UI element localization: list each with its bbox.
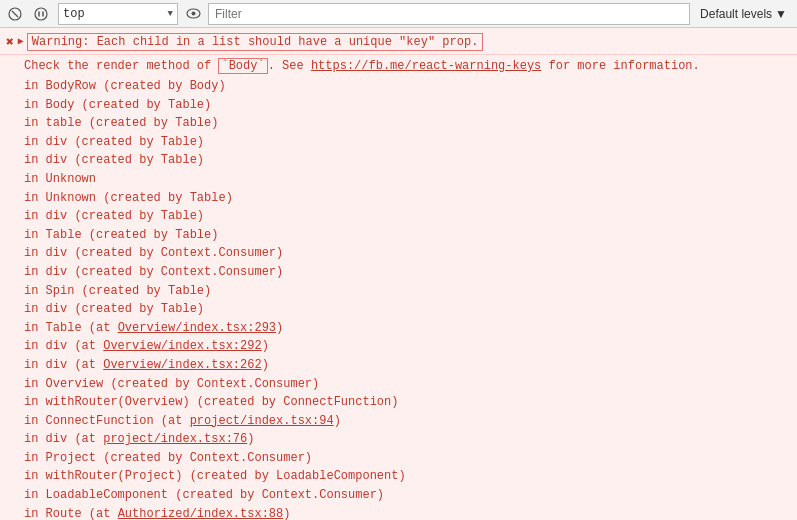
level-select-chevron-icon: ▼ — [168, 9, 173, 19]
stack-line: in BodyRow (created by Body) — [24, 77, 789, 96]
file-link[interactable]: Authorized/index.tsx:88 — [118, 507, 284, 520]
svg-line-1 — [12, 11, 18, 17]
stack-line: in Unknown (created by Table) — [24, 189, 789, 208]
stack-line: in ConnectFunction (at project/index.tsx… — [24, 412, 789, 431]
stack-line: in Spin (created by Table) — [24, 282, 789, 301]
default-levels-label: Default levels — [700, 7, 772, 21]
stack-line: in Table (created by Table) — [24, 226, 789, 245]
pause-on-exception-button[interactable] — [30, 3, 52, 25]
check-component: `Body` — [218, 58, 267, 74]
check-prefix: Check the render method of — [24, 59, 218, 73]
stack-line: in div (at Overview/index.tsx:292) — [24, 337, 789, 356]
filter-input[interactable] — [208, 3, 690, 25]
default-levels-chevron-icon: ▼ — [775, 7, 787, 21]
console-level-text: top — [63, 7, 166, 21]
stack-line: in withRouter(Project) (created by Loada… — [24, 467, 789, 486]
file-link[interactable]: project/index.tsx:76 — [103, 432, 247, 446]
svg-point-2 — [35, 8, 47, 20]
file-link[interactable]: Overview/index.tsx:262 — [103, 358, 261, 372]
stack-line: in div (created by Table) — [24, 151, 789, 170]
stack-line: in div (created by Table) — [24, 300, 789, 319]
file-link[interactable]: Overview/index.tsx:292 — [103, 339, 261, 353]
react-warning-keys-link[interactable]: https://fb.me/react-warning-keys — [311, 59, 541, 73]
check-render-row: Check the render method of `Body`. See h… — [0, 55, 797, 77]
file-link[interactable]: project/index.tsx:94 — [190, 414, 334, 428]
devtools-toolbar: top ▼ Default levels ▼ — [0, 0, 797, 28]
stack-line: in div (created by Table) — [24, 207, 789, 226]
stack-line: in Unknown — [24, 170, 789, 189]
stack-line: in div (at Overview/index.tsx:262) — [24, 356, 789, 375]
warning-message: Warning: Each child in a list should hav… — [27, 33, 483, 51]
check-suffix: . See — [268, 59, 311, 73]
stack-line: in div (created by Table) — [24, 133, 789, 152]
expand-arrow-icon[interactable]: ▶ — [18, 35, 24, 47]
stack-line: in Project (created by Context.Consumer) — [24, 449, 789, 468]
file-link[interactable]: Overview/index.tsx:293 — [118, 321, 276, 335]
stack-line: in withRouter(Overview) (created by Conn… — [24, 393, 789, 412]
stack-line: in Table (at Overview/index.tsx:293) — [24, 319, 789, 338]
stack-line: in div (at project/index.tsx:76) — [24, 430, 789, 449]
warning-row: ✖ ▶ Warning: Each child in a list should… — [0, 30, 797, 55]
stack-line: in Body (created by Table) — [24, 96, 789, 115]
svg-point-6 — [191, 12, 195, 16]
stack-line: in Overview (created by Context.Consumer… — [24, 375, 789, 394]
stack-line: in LoadableComponent (created by Context… — [24, 486, 789, 505]
default-levels-button[interactable]: Default levels ▼ — [694, 3, 793, 25]
error-icon: ✖ — [6, 34, 14, 50]
console-level-select[interactable]: top ▼ — [58, 3, 178, 25]
check-link-suffix: for more information. — [541, 59, 699, 73]
stack-line: in table (created by Table) — [24, 114, 789, 133]
stack-trace: in BodyRow (created by Body)in Body (cre… — [0, 77, 797, 520]
clear-console-button[interactable] — [4, 3, 26, 25]
console-output: ✖ ▶ Warning: Each child in a list should… — [0, 28, 797, 520]
stack-line: in div (created by Context.Consumer) — [24, 244, 789, 263]
stack-line: in div (created by Context.Consumer) — [24, 263, 789, 282]
stack-line: in Route (at Authorized/index.tsx:88) — [24, 505, 789, 520]
eye-button[interactable] — [182, 3, 204, 25]
